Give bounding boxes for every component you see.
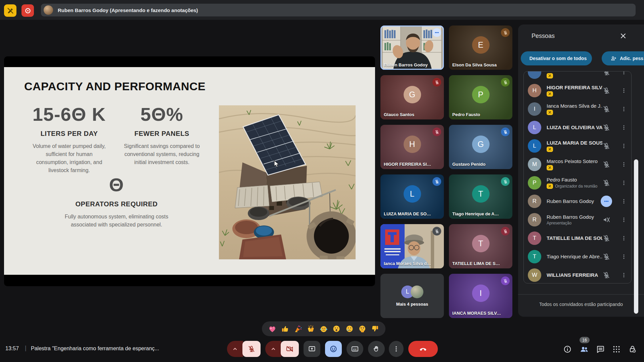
mic-off-icon [501,276,510,285]
stat-liters-label: LITERS PER DAY [30,130,108,138]
participant-menu-button[interactable] [620,142,627,150]
party-popper-icon[interactable] [294,324,303,333]
participant-row-luiza-maria: L LUIZA MARIA DE SOUSA [524,137,631,155]
thumbs-down-icon[interactable] [371,324,379,333]
mic-off-icon [501,78,510,87]
meeting-details-button[interactable] [563,345,572,354]
participant-name: WILLIANS FERREIRA [547,272,602,278]
participant-menu-button[interactable] [620,253,627,261]
video-tile-glauco[interactable]: G Glauco Santos [380,75,444,119]
mic-off-icon[interactable] [602,253,610,261]
overflow-tile-more-people[interactable]: L Mais 4 pessoas [380,274,444,318]
clapping-hands-icon[interactable] [307,324,315,333]
audio-off-icon[interactable] [602,216,610,224]
mic-off-icon[interactable] [602,142,610,150]
participant-menu-button[interactable] [620,216,627,224]
chat-button[interactable] [596,345,605,354]
tile-name-label: LUIZA MARIA DE SOUSA [384,211,432,216]
participant-name: Marcos Peixoto Sotero [547,158,602,164]
mic-off-icon[interactable] [602,87,610,95]
close-icon [619,32,627,40]
participant-row-luiza-oliveira: L LUIZA DE OLIVEIRA VAZ [524,118,631,137]
participant-name: LUIZA MARIA DE SOUSA [547,140,602,146]
mic-off-icon [501,127,510,136]
mic-options-chevron[interactable] [227,341,243,357]
activities-button[interactable] [612,345,621,354]
participant-row-marcos: M Marcos Peixoto Sotero [524,155,631,173]
mic-toggle-button[interactable] [242,341,261,357]
avatar: G [472,136,490,153]
mic-off-icon[interactable] [602,71,610,76]
lock-icon [628,345,637,354]
video-tile-ruben-barros-godoy[interactable]: Ruben Barros Godoy [380,25,444,70]
mute-all-button[interactable]: Desativar o som de todos [521,51,592,65]
participant-menu-button[interactable] [620,234,627,242]
participant-name: Ruben Barros Godoy [547,214,602,220]
thinking-face-icon[interactable] [358,324,367,333]
people-button[interactable] [580,345,589,354]
annotation-badge-icon [547,91,553,97]
grid-icon [612,345,621,354]
participant-name: LUIZA DE OLIVEIRA VAZ [547,124,602,130]
tile-name-label: IANCA MORAES SILVA DE... [452,311,501,316]
video-tile-higor[interactable]: H HIGOR FERREIRA SILVA [380,125,444,169]
mic-off-icon [432,127,441,136]
presenter-avatar [44,5,53,15]
raise-hand-button[interactable] [368,341,385,357]
end-call-button[interactable] [408,341,438,357]
face-tears-of-joy-icon[interactable] [319,324,328,333]
host-controls-button[interactable] [628,345,637,354]
mic-off-icon[interactable] [602,160,610,168]
scrollbar[interactable] [634,159,638,314]
video-tile-ianca-video[interactable]: Ianca Moraes Silva de Jesu [380,224,444,268]
sparkling-heart-icon[interactable] [268,324,277,333]
participant-menu-button[interactable] [620,271,627,279]
video-tile-tiago[interactable]: T Tiago Henrique de Abreu ... [449,174,512,219]
participant-menu-button[interactable] [620,105,627,113]
present-screen-button[interactable] [304,341,320,357]
reactions-toggle-button[interactable] [325,341,342,357]
video-tile-elson[interactable]: E Elson Da Silva Sousa [449,25,512,70]
mic-off-icon [432,78,441,87]
mic-off-icon[interactable] [602,105,610,113]
recording-indicator-button[interactable] [21,4,34,17]
avatar: I [528,102,541,116]
overflow-avatars: L [401,286,423,298]
annotation-off-button[interactable] [4,4,16,17]
video-tile-gustavo[interactable]: G Gustavo Penido [449,125,512,169]
crying-face-icon[interactable] [345,324,354,333]
video-tile-luiza-maria[interactable]: L LUIZA MARIA DE SOUSA [380,174,444,219]
panel-title: Pessoas [532,33,555,40]
tile-name-label: Gustavo Penido [452,162,501,167]
mic-off-icon[interactable] [602,271,610,279]
avatar: P [528,176,541,190]
video-tile-ianca-purple[interactable]: I IANCA MORAES SILVA DE... [449,274,512,318]
participant-name: TATIELLE LIMA DE SOU... [547,235,602,241]
top-bar: Ruben Barros Godoy (Apresentando e fazen… [0,0,644,20]
add-people-button[interactable]: Adic. pess [602,51,644,65]
video-tile-pedro[interactable]: P Pedro Fausto [449,75,512,119]
mic-off-icon[interactable] [602,123,610,132]
meet-window: Ruben Barros Godoy (Apresentando e fazen… [0,0,644,362]
video-tile-tatielle[interactable]: T TATIELLE LIMA DE SOUZA [449,224,512,268]
captions-button[interactable] [347,341,363,357]
speaking-indicator-icon[interactable] [601,196,612,207]
tile-name-label: Glauco Santos [384,112,432,117]
close-panel-button[interactable] [619,32,627,40]
avatar: R [528,213,541,226]
mic-off-icon[interactable] [602,234,610,242]
thumbs-up-icon[interactable] [281,324,289,333]
mic-off-icon[interactable] [602,179,610,187]
camera-options-chevron[interactable] [265,341,281,357]
speaking-indicator-icon [432,28,441,37]
astonished-face-icon[interactable] [332,324,341,333]
camera-toggle-button[interactable] [281,341,299,357]
participant-menu-button[interactable] [620,87,627,95]
participant-menu-button[interactable] [620,197,627,205]
participant-menu-button[interactable] [620,71,627,76]
more-options-button[interactable] [389,341,404,357]
avatar: E [472,36,490,54]
participant-menu-button[interactable] [620,123,627,132]
participant-menu-button[interactable] [620,179,627,187]
participant-menu-button[interactable] [620,160,627,168]
